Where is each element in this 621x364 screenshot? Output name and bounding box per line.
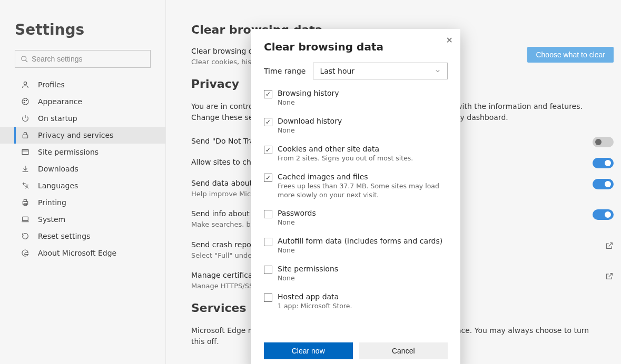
paint-icon [21, 97, 32, 106]
download-icon [21, 165, 32, 173]
checkbox[interactable] [264, 266, 272, 274]
cbd-item-autofill: Autofill form data (includes forms and c… [264, 237, 448, 255]
cbd-title: Autofill form data (includes forms and c… [278, 237, 442, 245]
checkbox[interactable] [264, 146, 272, 154]
open-external-icon[interactable] [605, 241, 614, 250]
svg-point-4 [24, 100, 25, 101]
nav-about-edge[interactable]: About Microsoft Edge [0, 245, 165, 261]
clear-browsing-data-dialog: ✕ Clear browsing data Time range Last ho… [251, 29, 460, 364]
chevron-down-icon [435, 68, 441, 74]
choose-what-to-clear-button[interactable]: Choose what to clear [527, 47, 614, 63]
printer-icon [21, 198, 32, 207]
cbd-sub: None [278, 98, 339, 107]
clear-now-button[interactable]: Clear now [264, 342, 353, 359]
settings-nav: Profiles Appearance On startup Privacy a… [0, 76, 165, 261]
cbd-item-hosted-app-data: Hosted app data 1 app: Microsoft Store. [264, 292, 448, 311]
cbd-title: Download history [278, 117, 342, 125]
nav-label: Reset settings [38, 232, 90, 240]
nav-profiles[interactable]: Profiles [0, 76, 165, 93]
cbd-sub: None [278, 246, 442, 255]
cbd-title: Hosted app data [278, 292, 352, 301]
cbd-item-browsing-history: Browsing history None [264, 89, 448, 107]
laptop-icon [21, 215, 32, 224]
send-webinfo-toggle[interactable] [593, 209, 614, 220]
nav-appearance[interactable]: Appearance [0, 93, 165, 110]
nav-label: On startup [38, 114, 77, 123]
cbd-title: Cookies and other site data [278, 145, 413, 153]
cbd-sub: None [278, 218, 316, 227]
nav-system[interactable]: System [0, 211, 165, 228]
svg-rect-13 [23, 217, 28, 220]
checkbox[interactable] [264, 174, 272, 182]
checkbox[interactable] [264, 294, 272, 302]
svg-rect-11 [24, 200, 26, 201]
cbd-title: Browsing history [278, 89, 339, 97]
nav-on-startup[interactable]: On startup [0, 110, 165, 127]
power-icon [21, 114, 32, 123]
globe-icon [21, 181, 32, 190]
checkbox[interactable] [264, 238, 272, 246]
nav-label: Site permissions [38, 148, 98, 156]
nav-languages[interactable]: Languages [0, 177, 165, 194]
checkbox[interactable] [264, 90, 272, 98]
cbd-item-cached-images: Cached images and files Frees up less th… [264, 173, 448, 200]
nav-printing[interactable]: Printing [0, 194, 165, 211]
nav-label: Languages [38, 181, 78, 190]
svg-line-1 [26, 60, 27, 62]
settings-title: Settings [15, 21, 151, 38]
person-icon [21, 80, 32, 89]
nav-reset-settings[interactable]: Reset settings [0, 228, 165, 245]
svg-point-3 [22, 98, 28, 105]
cbd-title: Site permissions [278, 265, 338, 273]
send-usage-toggle[interactable] [593, 179, 614, 189]
open-external-icon[interactable] [605, 272, 614, 280]
payment-check-toggle[interactable] [593, 158, 614, 168]
svg-rect-7 [23, 135, 27, 138]
svg-point-2 [24, 82, 26, 85]
reset-icon [21, 232, 32, 240]
time-range-value: Last hour [320, 67, 354, 75]
cbd-sub: None [278, 274, 338, 283]
edge-icon [21, 249, 32, 257]
cbd-title: Passwords [278, 209, 316, 217]
dnt-toggle[interactable] [593, 137, 614, 147]
lock-icon [21, 131, 32, 139]
nav-label: Appearance [38, 97, 82, 106]
settings-sidebar: Settings Profiles Appearance On startup [0, 0, 166, 364]
cbd-item-cookies: Cookies and other site data From 2 sites… [264, 145, 448, 163]
nav-label: System [38, 215, 65, 224]
cbd-item-passwords: Passwords None [264, 209, 448, 227]
time-range-select[interactable]: Last hour [313, 63, 448, 79]
nav-label: Privacy and services [38, 131, 113, 139]
checkbox[interactable] [264, 118, 272, 126]
cbd-item-site-permissions: Site permissions None [264, 265, 448, 283]
svg-rect-8 [22, 149, 28, 154]
time-range-label: Time range [264, 67, 305, 75]
clear-data-type-list: Browsing history None Download history N… [264, 89, 448, 311]
nav-downloads[interactable]: Downloads [0, 160, 165, 177]
cbd-sub: Frees up less than 37.7 MB. Some sites m… [278, 182, 446, 200]
nav-label: Printing [38, 198, 66, 207]
svg-point-0 [22, 56, 26, 60]
search-icon [21, 55, 28, 63]
nav-label: About Microsoft Edge [38, 249, 116, 257]
nav-label: Downloads [38, 165, 78, 173]
cbd-title: Cached images and files [278, 173, 446, 181]
nav-site-permissions[interactable]: Site permissions [0, 144, 165, 160]
nav-label: Profiles [38, 80, 65, 89]
cbd-item-download-history: Download history None [264, 117, 448, 135]
search-settings-input[interactable] [28, 54, 145, 64]
close-icon[interactable]: ✕ [446, 35, 453, 45]
site-icon [21, 148, 32, 156]
cbd-sub: 1 app: Microsoft Store. [278, 302, 352, 311]
cbd-sub: None [278, 126, 342, 135]
cancel-button[interactable]: Cancel [359, 342, 448, 359]
checkbox[interactable] [264, 210, 272, 218]
svg-point-5 [26, 100, 27, 101]
cbd-sub: From 2 sites. Signs you out of most site… [278, 154, 413, 163]
nav-privacy-and-services[interactable]: Privacy and services [0, 127, 165, 144]
svg-point-6 [24, 102, 25, 103]
search-settings-box[interactable] [15, 50, 151, 68]
dialog-title: Clear browsing data [264, 41, 448, 53]
